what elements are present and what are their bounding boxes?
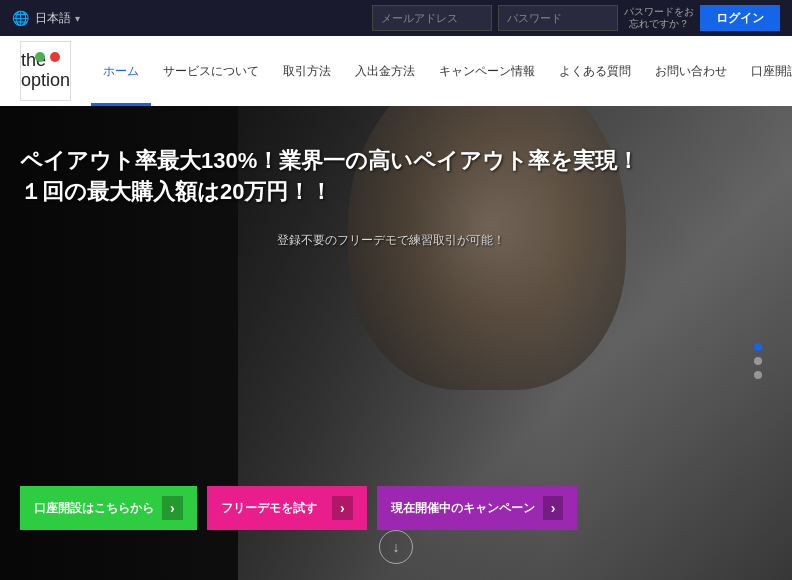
email-input[interactable] [372,5,492,31]
language-selector-area: 🌐 日本語 ▾ [12,10,80,27]
campaign-button[interactable]: 現在開催中のキャンペーン › [377,486,578,530]
arrow-icon: › [162,496,183,520]
arrow-icon: › [332,496,353,520]
hero-section: ペイアウト率最大130%！業界一の高いペイアウト率を実現！ １回の最大購入額は2… [0,106,792,580]
arrow-icon: › [543,496,564,520]
language-label: 日本語 [35,10,71,27]
logo[interactable]: the option [20,41,71,101]
password-input[interactable] [498,5,618,31]
nav-link-open-account[interactable]: 口座開設 [739,36,792,106]
hero-content: ペイアウト率最大130%！業界一の高いペイアウト率を実現！ １回の最大購入額は2… [0,106,792,580]
nav-link-campaign[interactable]: キャンペーン情報 [427,36,547,106]
nav-link-service[interactable]: サービスについて [151,36,271,106]
hero-title: ペイアウト率最大130%！業界一の高いペイアウト率を実現！ １回の最大購入額は2… [20,146,762,208]
nav-link-contact[interactable]: お問い合わせ [643,36,739,106]
open-account-button[interactable]: 口座開設はこちらから › [20,486,197,530]
nav-link-home[interactable]: ホーム [91,36,151,106]
indicator-dot-3[interactable] [754,371,762,379]
globe-icon: 🌐 [12,10,29,26]
nav-bar: the option ホーム サービスについて 取引方法 入出金方法 キャンペー… [0,36,792,106]
nav-link-faq[interactable]: よくある質問 [547,36,643,106]
login-area: パスワードをお忘れですか？ ログイン [372,5,780,31]
slide-indicators [754,343,762,379]
hero-buttons: 口座開設はこちらから › フリーデモを試す › 現在開催中のキャンペーン › [20,486,762,530]
free-demo-button[interactable]: フリーデモを試す › [207,486,367,530]
scroll-down-button[interactable]: ↓ [379,530,413,564]
login-button[interactable]: ログイン [700,5,780,31]
language-selector[interactable]: 日本語 ▾ [35,10,80,27]
dot-red [50,52,60,62]
nav-link-deposit[interactable]: 入出金方法 [343,36,427,106]
logo-dots [35,52,60,62]
hero-subtitle: 登録不要のフリーデモで練習取引が可能！ [20,232,762,249]
dot-green [35,52,45,62]
forgot-password-link[interactable]: パスワードをお忘れですか？ [624,6,694,30]
indicator-dot-2[interactable] [754,357,762,365]
indicator-dot-1[interactable] [754,343,762,351]
top-bar: 🌐 日本語 ▾ パスワードをお忘れですか？ ログイン [0,0,792,36]
chevron-down-icon: ▾ [75,13,80,24]
nav-link-trading[interactable]: 取引方法 [271,36,343,106]
main-nav: ホーム サービスについて 取引方法 入出金方法 キャンペーン情報 よくある質問 … [91,36,792,106]
